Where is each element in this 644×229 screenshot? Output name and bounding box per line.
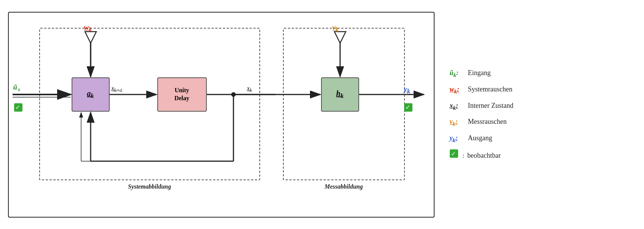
- legend-w-key: wk:: [450, 85, 465, 96]
- legend-u-key: ũk:: [450, 68, 465, 79]
- signal-u-hat: ũk: [13, 83, 18, 91]
- block-h: hk: [321, 77, 359, 112]
- signal-x-k1: xk+1: [112, 85, 123, 93]
- signal-x-k: xk: [247, 85, 252, 93]
- check-u-hat: [14, 103, 22, 112]
- legend-check-desc: beobachtbar: [467, 151, 501, 160]
- legend-v-key: vk:: [450, 117, 465, 128]
- legend-check-icon: [450, 149, 458, 158]
- legend: ũk: Eingang wk: Systemrauschen xk: Inter…: [450, 68, 513, 160]
- legend-w: wk: Systemrauschen: [450, 85, 513, 96]
- signal-w-k: wk: [84, 23, 92, 33]
- legend-x: xk: Interner Zustand: [450, 101, 513, 112]
- legend-y-desc: Ausgang: [468, 133, 492, 143]
- block-a-label: ak: [87, 89, 94, 100]
- block-unity-label: UnityDelay: [174, 86, 189, 102]
- legend-check-label: :: [463, 152, 464, 160]
- legend-w-desc: Systemrauschen: [468, 85, 513, 94]
- mess-label: Messabbildung: [324, 183, 363, 190]
- legend-v: vk: Messrauschen: [450, 117, 513, 128]
- block-a: ak: [72, 77, 110, 112]
- main-container: Systemabbildung Messabbildung ak UnityDe…: [8, 6, 636, 223]
- signal-y-k: yk: [404, 85, 410, 95]
- legend-y: yk: Ausgang: [450, 133, 513, 144]
- legend-y-key: yk:: [450, 133, 465, 144]
- legend-check: : beobachtbar: [450, 149, 513, 160]
- block-unity-delay: UnityDelay: [157, 77, 207, 112]
- check-y-k: [404, 103, 412, 112]
- legend-x-desc: Interner Zustand: [468, 101, 513, 110]
- legend-u-desc: Eingang: [468, 68, 491, 78]
- diagram-outer-border: Systemabbildung Messabbildung ak UnityDe…: [8, 12, 435, 218]
- legend-u: ũk: Eingang: [450, 68, 513, 79]
- legend-v-desc: Messrauschen: [468, 117, 507, 127]
- system-label: Systemabbildung: [128, 183, 171, 190]
- signal-v-k: vk: [332, 23, 339, 33]
- legend-x-key: xk:: [450, 101, 465, 112]
- block-h-label: hk: [336, 89, 344, 100]
